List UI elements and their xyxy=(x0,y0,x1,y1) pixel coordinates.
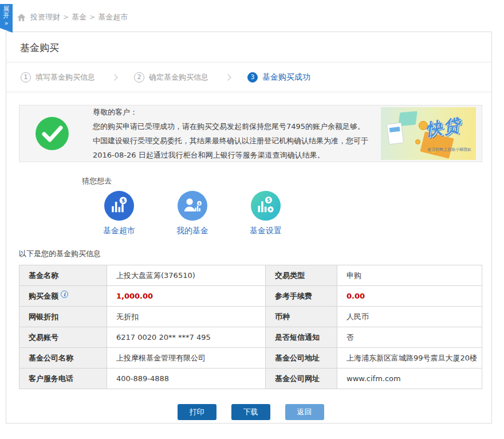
field-label: 网银折扣 xyxy=(19,307,107,327)
double-chevron-right-icon: » xyxy=(0,20,13,26)
step-3: 3基金购买成功 xyxy=(247,72,310,83)
person-bars-icon: $ xyxy=(178,191,207,221)
shortcut-bars-coin-gear[interactable]: $基金设置 xyxy=(238,191,293,236)
expand-sidebar-tab[interactable]: 展开 » xyxy=(0,4,13,33)
purchase-info-tbody: 基金名称上投大盘蓝筹(376510)交易类型申购购买金额i1,000.00参考手… xyxy=(19,265,482,389)
field-label: 基金公司名称 xyxy=(19,348,107,369)
step-2: 2确定基金购买信息 xyxy=(134,72,208,83)
coin-icon xyxy=(415,139,420,144)
page-title: 基金购买 xyxy=(6,32,491,62)
field-label: 客户服务电话 xyxy=(19,369,107,389)
bars-coin-gear-icon: $ xyxy=(251,191,281,221)
svg-text:$: $ xyxy=(198,202,200,205)
step-number-badge: 3 xyxy=(247,72,258,83)
field-label: 交易类型 xyxy=(266,265,337,286)
field-label: 是否短信通知 xyxy=(266,327,337,348)
field-value: www.cifm.com xyxy=(337,369,482,389)
bars-coin-icon: $ xyxy=(104,191,134,221)
field-label: 参考手续费 xyxy=(266,286,337,307)
table-row: 网银折扣无折扣币种人民币 xyxy=(19,307,482,327)
step-1: 1填写基金购买信息 xyxy=(21,72,95,83)
home-icon[interactable] xyxy=(17,14,26,21)
breadcrumb-item[interactable]: 投资理财 xyxy=(30,12,60,22)
step-number-badge: 2 xyxy=(134,72,144,83)
ad-title: 快贷 xyxy=(424,114,463,142)
table-row: 购买金额i1,000.00参考手续费0.00 xyxy=(19,286,482,307)
field-value: 1,000.00 xyxy=(107,286,266,307)
step-chevron-icon xyxy=(225,74,231,80)
table-row: 基金名称上投大盘蓝筹(376510)交易类型申购 xyxy=(19,265,482,286)
breadcrumb-item[interactable]: 基金 xyxy=(72,12,86,22)
shortcut-label: 我的基金 xyxy=(165,226,220,236)
fund-purchase-panel: 基金购买 1填写基金购买信息2确定基金购买信息3基金购买成功 尊敬的客户： 您的… xyxy=(6,32,492,424)
field-label: 购买金额i xyxy=(19,286,107,307)
field-value: 400-889-4888 xyxy=(107,369,266,389)
notice-greeting: 尊敬的客户： xyxy=(93,105,381,119)
field-label: 基金公司网址 xyxy=(266,369,337,389)
field-label: 基金名称 xyxy=(19,265,107,286)
suggest-shortcuts: $基金超市$我的基金$基金设置 xyxy=(92,191,482,236)
print-button[interactable]: 打印 xyxy=(178,404,216,420)
shortcut-person-bars[interactable]: $我的基金 xyxy=(165,191,220,236)
purchase-info-table: 基金名称上投大盘蓝筹(376510)交易类型申购购买金额i1,000.00参考手… xyxy=(19,265,482,389)
expand-tab-label: 展开 xyxy=(3,6,10,19)
svg-text:$: $ xyxy=(267,197,270,203)
field-value: 上投大盘蓝筹(376510) xyxy=(107,265,266,286)
success-check-icon xyxy=(36,117,69,150)
shortcut-bars-coin[interactable]: $基金超市 xyxy=(92,191,147,236)
notice-line-1: 您的购买申请已受理成功，请在购买交易发起前保持您尾号7495的账户余额足够。 xyxy=(93,119,381,134)
field-value: 人民币 xyxy=(337,307,482,327)
back-button[interactable]: 返回 xyxy=(285,404,324,420)
field-value: 上投摩根基金管理有限公司 xyxy=(107,348,266,369)
step-label: 填写基金购买信息 xyxy=(36,72,95,83)
details-title: 以下是您的基金购买信息 xyxy=(19,249,482,259)
shortcut-label: 基金超市 xyxy=(92,226,147,236)
step-number-badge: 1 xyxy=(21,72,31,83)
ad-bankcard-graphic xyxy=(387,123,404,145)
notice-text: 尊敬的客户： 您的购买申请已受理成功，请在购买交易发起前保持您尾号7495的账户… xyxy=(93,105,381,162)
breadcrumb-separator: > xyxy=(63,13,69,21)
svg-text:$: $ xyxy=(121,197,125,203)
download-button[interactable]: 下载 xyxy=(231,404,270,420)
breadcrumb: 投资理财>基金>基金超市 xyxy=(17,12,128,22)
breadcrumb-separator: > xyxy=(89,13,95,21)
shortcut-label: 基金设置 xyxy=(238,226,293,236)
field-label: 币种 xyxy=(266,307,337,327)
action-buttons: 打印 下载 返回 xyxy=(19,404,482,420)
table-row: 客户服务电话400-889-4888基金公司网址www.cifm.com xyxy=(19,369,482,389)
step-label: 确定基金购买信息 xyxy=(149,72,208,83)
panel-content: 尊敬的客户： 您的购买申请已受理成功，请在购买交易发起前保持您尾号7495的账户… xyxy=(6,92,491,420)
field-value: 否 xyxy=(337,327,482,348)
info-icon[interactable]: i xyxy=(61,291,68,298)
ad-tagline: 全流程网上自助小额贷款 xyxy=(427,147,471,152)
table-row: 交易账号6217 0020 20** ***7 495是否短信通知否 xyxy=(19,327,482,348)
suggest-title: 猜您想去 xyxy=(82,176,482,186)
quick-loan-ad-banner[interactable]: 快贷 全流程网上自助小额贷款 xyxy=(381,107,476,160)
field-value: 上海浦东新区富城路99号震旦大厦20楼 xyxy=(337,348,482,369)
field-label: 基金公司地址 xyxy=(266,348,337,369)
step-indicator: 1填写基金购买信息2确定基金购买信息3基金购买成功 xyxy=(6,62,491,92)
field-value: 6217 0020 20** ***7 495 xyxy=(107,327,266,348)
field-value: 无折扣 xyxy=(107,307,266,327)
step-chevron-icon xyxy=(111,74,117,80)
field-value: 0.00 xyxy=(337,286,482,307)
notice-line-2: 中国建设银行受理交易委托，其结果最终确认以注册登记机构确认结果为准，您可于 20… xyxy=(93,134,381,162)
step-label: 基金购买成功 xyxy=(262,72,310,83)
field-value: 申购 xyxy=(337,265,482,286)
table-row: 基金公司名称上投摩根基金管理有限公司基金公司地址上海浦东新区富城路99号震旦大厦… xyxy=(19,348,482,369)
breadcrumb-item[interactable]: 基金超市 xyxy=(98,12,128,22)
success-notice-box: 尊敬的客户： 您的购买申请已受理成功，请在购买交易发起前保持您尾号7495的账户… xyxy=(19,105,482,162)
field-label: 交易账号 xyxy=(19,327,107,348)
